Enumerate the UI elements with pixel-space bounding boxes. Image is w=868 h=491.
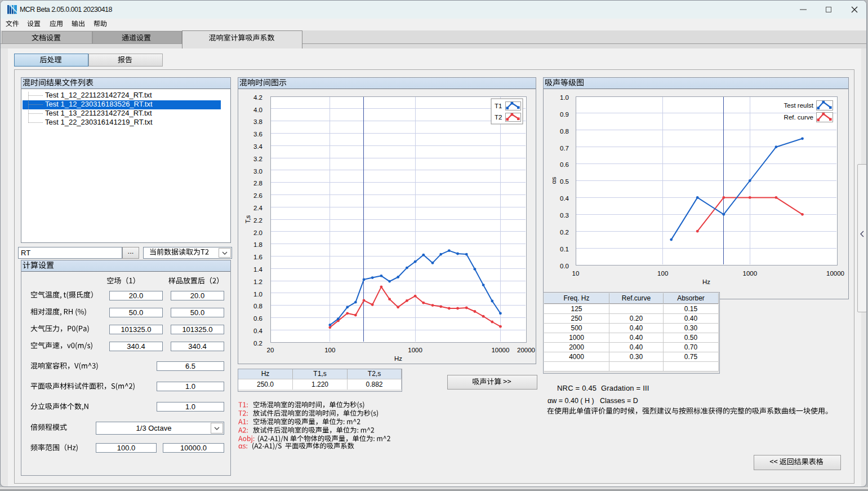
svg-text:αs: αs (550, 177, 557, 184)
svg-text:0.2: 0.2 (253, 340, 262, 347)
svg-text:T1: T1 (495, 103, 502, 109)
svg-text:0.6: 0.6 (560, 161, 569, 168)
svg-text:2.8: 2.8 (253, 180, 262, 187)
svg-text:T,s: T,s (244, 215, 251, 223)
svg-text:0.8: 0.8 (253, 303, 262, 309)
svg-text:20: 20 (267, 347, 274, 353)
svg-text:Hz: Hz (394, 355, 402, 362)
svg-text:0.1: 0.1 (560, 246, 569, 253)
svg-text:3.8: 3.8 (253, 118, 262, 125)
svg-text:3.0: 3.0 (253, 168, 262, 175)
svg-text:0.3: 0.3 (560, 212, 569, 219)
svg-text:1.8: 1.8 (253, 241, 262, 248)
svg-text:10000: 10000 (491, 347, 509, 353)
svg-text:100: 100 (657, 270, 668, 277)
svg-text:0.4: 0.4 (253, 328, 263, 334)
svg-text:0.9: 0.9 (560, 111, 569, 118)
svg-text:1.6: 1.6 (253, 254, 262, 260)
svg-text:1.0: 1.0 (253, 291, 262, 298)
svg-text:0.8: 0.8 (560, 128, 569, 135)
svg-text:2.6: 2.6 (253, 192, 262, 199)
svg-text:1.2: 1.2 (253, 278, 262, 285)
svg-text:4.2: 4.2 (253, 94, 262, 101)
svg-text:3.6: 3.6 (253, 131, 262, 138)
svg-text:Ref. curve: Ref. curve (784, 114, 813, 121)
svg-text:0.6: 0.6 (253, 315, 262, 322)
svg-text:20000: 20000 (517, 347, 535, 353)
svg-text:100: 100 (324, 347, 335, 353)
svg-text:1.0: 1.0 (560, 94, 569, 101)
svg-text:2.0: 2.0 (253, 229, 262, 236)
svg-text:1000: 1000 (408, 347, 422, 353)
svg-text:4.0: 4.0 (253, 107, 262, 113)
svg-text:0.7: 0.7 (560, 145, 569, 152)
svg-text:1000: 1000 (743, 270, 758, 277)
svg-text:0.2: 0.2 (560, 229, 569, 236)
svg-text:T2: T2 (495, 114, 502, 121)
svg-text:0.5: 0.5 (560, 178, 569, 185)
svg-text:Test reulst: Test reulst (784, 102, 814, 109)
svg-text:10: 10 (572, 270, 580, 277)
svg-text:10000: 10000 (826, 270, 844, 277)
svg-text:0.0: 0.0 (560, 263, 569, 269)
svg-text:0.4: 0.4 (560, 195, 569, 202)
svg-text:3.4: 3.4 (253, 143, 263, 150)
svg-text:Hz: Hz (702, 278, 710, 285)
svg-text:2.2: 2.2 (253, 217, 262, 224)
svg-text:3.2: 3.2 (253, 156, 262, 162)
svg-text:1.4: 1.4 (253, 266, 263, 273)
svg-text:2.4: 2.4 (253, 205, 263, 211)
